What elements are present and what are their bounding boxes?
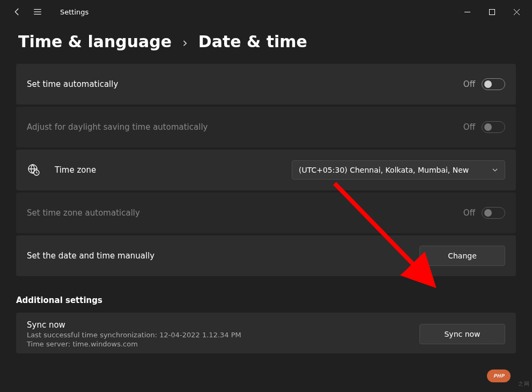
card-set-timezone-automatically: Set time zone automatically Off [16,193,516,233]
card-adjust-dst: Adjust for daylight saving time automati… [16,107,516,147]
toggle-switch [482,121,505,133]
card-set-time-automatically[interactable]: Set time automatically Off [16,64,516,105]
chevron-down-icon [492,167,498,173]
titlebar-left: Settings [3,6,88,17]
back-icon[interactable] [12,6,23,17]
app-title: Settings [60,8,88,16]
page-title: Date & time [198,32,307,51]
change-button[interactable]: Change [419,246,505,266]
sync-title: Sync now [27,320,419,330]
watermark-badge: PHP [487,369,511,382]
sync-server: Time server: time.windows.com [27,340,419,348]
breadcrumb: Time & language › Date & time [0,24,532,64]
timezone-dropdown[interactable]: (UTC+05:30) Chennai, Kolkata, Mumbai, Ne… [292,160,505,180]
sync-last: Last successful time synchronization: 12… [27,331,419,339]
setting-label: Adjust for daylight saving time automati… [27,122,463,132]
sync-now-button[interactable]: Sync now [419,324,505,344]
toggle-state-text: Off [463,122,475,132]
titlebar: Settings [0,0,532,24]
sync-text-group: Sync now Last successful time synchroniz… [27,320,419,348]
additional-content: Sync now Last successful time synchroniz… [0,313,532,353]
setting-label: Set time automatically [27,79,463,89]
setting-label: Time zone [55,165,292,175]
toggle-state-text: Off [463,208,475,218]
setting-label: Set the date and time manually [27,251,419,261]
breadcrumb-parent[interactable]: Time & language [18,32,172,51]
minimize-icon[interactable] [455,4,479,20]
hamburger-icon[interactable] [32,6,43,17]
chevron-right-icon: › [182,35,188,50]
toggle-switch [482,207,505,219]
maximize-icon[interactable] [479,4,504,20]
card-time-zone: Time zone (UTC+05:30) Chennai, Kolkata, … [16,150,516,190]
svg-rect-4 [489,9,494,14]
card-set-date-time-manually: Set the date and time manually Change [16,235,516,276]
dropdown-value: (UTC+05:30) Chennai, Kolkata, Mumbai, Ne… [299,166,486,174]
window-controls [455,4,529,20]
setting-label: Set time zone automatically [27,208,463,218]
toggle-state-text: Off [463,79,475,89]
watermark-text: 之网 [518,380,530,388]
globe-clock-icon [27,163,41,177]
settings-content: Set time automatically Off Adjust for da… [0,64,532,276]
close-icon[interactable] [504,4,529,20]
card-sync-now: Sync now Last successful time synchroniz… [16,313,516,353]
section-heading-additional: Additional settings [0,276,532,313]
toggle-switch[interactable] [482,78,505,90]
